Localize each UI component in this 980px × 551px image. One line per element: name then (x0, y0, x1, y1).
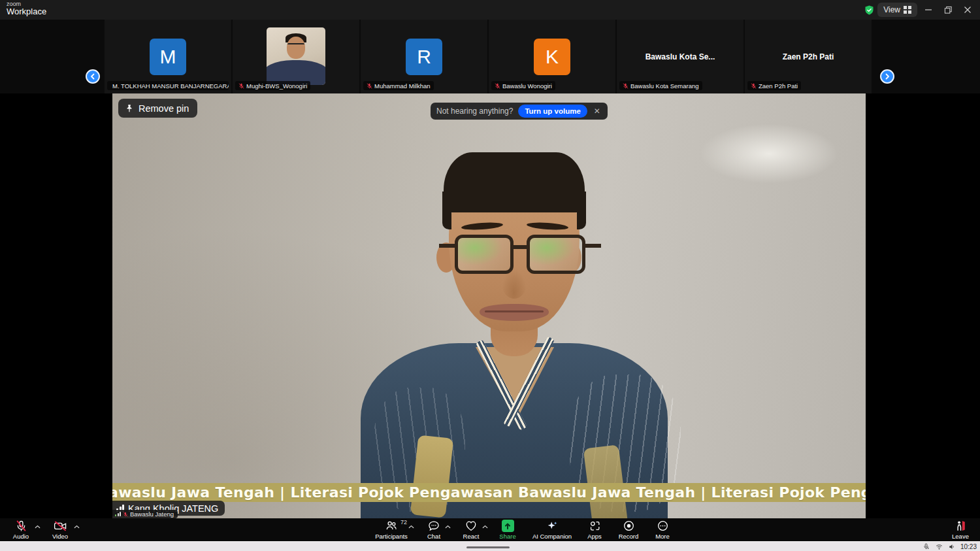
network-signal-icon (115, 512, 121, 516)
banner-text: awaslu Jawa Tengah | Literasi Pojok Peng… (112, 484, 866, 501)
video-button[interactable]: Video (46, 520, 74, 540)
avatar-letter: R (417, 46, 431, 68)
tray-input-icon[interactable] (923, 543, 930, 550)
audio-notification: Not hearing anything? Turn up volume ✕ (431, 103, 608, 120)
leave-label: Leave (952, 533, 969, 540)
remove-pin-label: Remove pin (139, 103, 189, 114)
avatar-initial: K (534, 39, 570, 75)
leave-door-icon (955, 520, 967, 532)
security-shield-icon (863, 4, 875, 16)
participant-tile[interactable]: Zaen P2h Pati Zaen P2h Pati (745, 20, 872, 93)
more-label: More (655, 533, 670, 540)
participant-display-name: Zaen P2h Pati (745, 52, 872, 61)
speaker-icon[interactable] (948, 543, 956, 550)
react-label: React (463, 533, 480, 540)
view-label: View (883, 5, 900, 14)
avatar-initial: R (406, 39, 442, 75)
wifi-icon[interactable] (935, 543, 943, 550)
muted-mic-icon (238, 83, 244, 89)
muted-mic-icon (751, 83, 757, 89)
scrolling-banner: awaslu Jawa Tengah | Literasi Pojok Peng… (112, 483, 866, 502)
avatar-letter: M (160, 46, 176, 68)
taskbar-app-indicator (466, 546, 510, 548)
apps-label: Apps (587, 533, 602, 540)
participant-display-name: Bawaslu Kota Se... (617, 52, 743, 61)
audio-button[interactable]: Audio (7, 520, 35, 540)
participant-name: Bawaslu Kota Semarang (630, 82, 699, 90)
speaker-account-name: Bawaslu Jateng (130, 510, 174, 518)
chat-icon (427, 520, 440, 532)
participant-tile[interactable]: Bawaslu Kota Se... Bawaslu Kota Semarang (617, 20, 743, 93)
apps-button[interactable]: Apps (582, 520, 607, 540)
title-bar: zoom Workplace View (0, 0, 980, 20)
speaker-person (112, 93, 866, 518)
participants-filmstrip: M M. TOLKHAH MANSUR BANJARNEGARA Mughi-B… (0, 20, 980, 93)
record-label: Record (619, 533, 639, 540)
participant-tile[interactable]: R Muhammad Milkhan (361, 20, 487, 93)
apps-icon (589, 520, 601, 532)
view-button[interactable]: View (877, 3, 917, 17)
notification-close-icon[interactable]: ✕ (593, 107, 602, 116)
os-taskbar[interactable]: 10:23 (0, 541, 980, 551)
grid-view-icon (904, 6, 911, 14)
avatar-letter: K (546, 46, 559, 68)
share-screen-icon (502, 520, 514, 532)
record-icon (623, 520, 635, 532)
remove-pin-button[interactable]: Remove pin (118, 99, 197, 118)
video-options-caret[interactable] (74, 525, 80, 529)
audio-options-caret[interactable] (35, 525, 41, 529)
participant-name: M. TOLKHAH MANSUR BANJARNEGARA (112, 82, 229, 90)
participants-icon: 72 (385, 520, 398, 532)
share-screen-button[interactable]: Share (493, 520, 522, 540)
chat-label: Chat (427, 533, 440, 540)
muted-mic-icon (367, 83, 372, 89)
system-clock: 10:23 (960, 543, 977, 550)
participant-name: Zaen P2h Pati (759, 82, 798, 90)
restore-button[interactable] (939, 3, 956, 17)
video-label: Video (52, 533, 68, 540)
participants-label: Participants (375, 533, 408, 540)
participant-name-badge: M. TOLKHAH MANSUR BANJARNEGARA (107, 81, 229, 90)
pin-icon (125, 104, 134, 113)
chat-options-caret[interactable] (445, 525, 451, 529)
turn-up-volume-button[interactable]: Turn up volume (518, 105, 587, 118)
muted-mic-icon (15, 520, 27, 532)
audio-label: Audio (13, 533, 29, 540)
participant-tile[interactable]: M M. TOLKHAH MANSUR BANJARNEGARA (105, 20, 231, 93)
speaker-account-badge: Bawaslu Jateng (112, 510, 178, 518)
participant-name-badge: Muhammad Milkhan (363, 81, 434, 90)
participant-name-badge: Mughi-BWS_Wonogiri (235, 81, 310, 90)
participant-tile[interactable]: Mughi-BWS_Wonogiri (233, 20, 359, 93)
filmstrip-next-button[interactable] (880, 69, 894, 84)
ai-companion-button[interactable]: AI Companion (529, 520, 575, 540)
react-button[interactable]: React (456, 520, 486, 540)
muted-mic-icon (623, 83, 629, 89)
leave-button[interactable]: Leave (947, 520, 973, 540)
ai-companion-label: AI Companion (532, 533, 572, 540)
close-button[interactable] (959, 3, 976, 17)
record-button[interactable]: Record (614, 520, 643, 540)
zoom-meeting-window: zoom Workplace View M (0, 0, 980, 551)
participants-count: 72 (400, 519, 407, 526)
filmstrip-prev-button[interactable] (86, 69, 100, 84)
app-brand: zoom Workplace (7, 1, 46, 16)
avatar-photo (267, 27, 325, 85)
notification-message: Not hearing anything? (436, 107, 513, 116)
ai-sparkle-icon (546, 520, 559, 532)
heart-react-icon (465, 520, 478, 532)
avatar-initial: M (150, 39, 186, 75)
share-label: Share (499, 533, 515, 540)
minimize-button[interactable] (920, 3, 937, 17)
participants-options-caret[interactable] (408, 525, 414, 529)
more-button[interactable]: More (650, 520, 675, 540)
muted-mic-icon (495, 83, 500, 89)
chat-button[interactable]: Chat (419, 520, 449, 540)
brand-workplace: Workplace (7, 7, 46, 16)
participant-name-badge: Zaen P2h Pati (747, 81, 801, 90)
react-options-caret[interactable] (482, 525, 488, 529)
participants-button[interactable]: 72 Participants (371, 520, 412, 540)
participant-name: Muhammad Milkhan (374, 82, 431, 90)
more-ellipsis-icon (657, 520, 669, 532)
chevron-right-icon (884, 73, 890, 80)
participant-tile[interactable]: K Bawaslu Wonogiri (489, 20, 615, 93)
